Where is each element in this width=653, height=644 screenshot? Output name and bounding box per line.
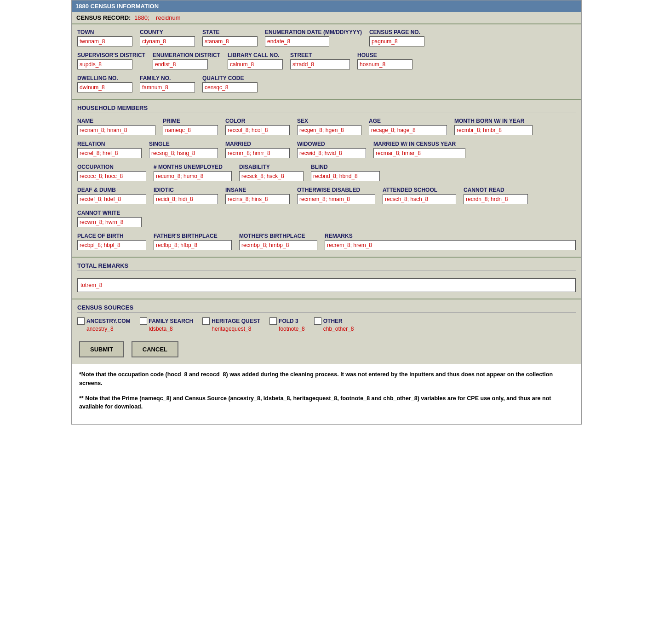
input-disability[interactable] [239,171,304,181]
label-quality-code: QUALITY CODE [202,75,258,81]
field-month-born: MONTH BORN W/ IN YEAR [454,118,533,135]
checkbox-heritage-quest[interactable] [202,317,210,325]
input-state[interactable] [202,36,258,46]
field-enum-district: ENUMERATION DISTRICT [153,52,220,69]
input-name[interactable] [77,125,155,135]
field-single: SINGLE [149,141,218,158]
label-relation: RELATION [77,141,142,147]
input-total-remarks[interactable] [77,278,576,292]
input-enum-date[interactable] [265,36,329,46]
label-dwelling: DWELLING NO. [77,75,132,81]
input-age[interactable] [369,125,447,135]
buttons-row: SUBMIT CANCEL [77,341,576,357]
note2: ** Note that the Prime (nameqc_8) and Ce… [79,394,574,412]
label-county: COUNTY [140,29,195,35]
field-remarks: REMARKS [325,233,576,250]
label-age: AGE [369,118,447,124]
input-family[interactable] [140,82,195,92]
input-blind[interactable] [311,171,380,181]
census-record-year: 1880; [134,14,149,21]
field-place-of-birth: PLACE OF BIRTH [77,233,146,250]
label-state: STATE [202,29,258,35]
input-attended-school[interactable] [383,194,456,204]
input-months-unemployed[interactable] [154,171,232,181]
input-quality-code[interactable] [202,82,258,92]
value-fold3: footnote_8 [279,326,305,332]
input-census-page[interactable] [369,36,424,46]
label-house: HOUSE [357,52,412,58]
input-fathers-birthplace[interactable] [154,240,232,250]
label-deaf-dumb: DEAF & DUMB [77,187,146,193]
label-mothers-birthplace: MOTHER'S BIRTHPLACE [239,233,317,239]
label-place-of-birth: PLACE OF BIRTH [77,233,146,239]
census-info-section: TOWN COUNTY STATE ENUMERATION DATE (MM/D… [72,23,581,99]
label-town: TOWN [77,29,132,35]
label-idiotic: IDIOTIC [154,187,218,193]
input-married[interactable] [225,148,290,158]
field-relation: RELATION [77,141,142,158]
field-mothers-birthplace: MOTHER'S BIRTHPLACE [239,233,317,250]
field-fathers-birthplace: FATHER'S BIRTHPLACE [154,233,232,250]
input-color[interactable] [225,125,290,135]
label-months-unemployed: # MONTHS UNEMPLOYED [154,164,232,170]
input-cannot-read[interactable] [464,194,528,204]
field-family: FAMILY NO. [140,75,195,92]
input-sex[interactable] [297,125,361,135]
input-supervisor-district[interactable] [77,59,132,69]
label-otherwise-disabled: OTHERWISE DISABLED [297,187,375,193]
checkbox-fold3[interactable] [269,317,277,325]
input-prime[interactable] [163,125,218,135]
input-married-census-year[interactable] [373,148,465,158]
input-dwelling[interactable] [77,82,132,92]
input-occupation[interactable] [77,171,146,181]
input-house[interactable] [357,59,412,69]
checkbox-ancestry[interactable] [77,317,85,325]
sources-row: ANCESTRY.COM ancestry_8 FAMILY SEARCH ld… [77,317,576,332]
input-idiotic[interactable] [154,194,218,204]
input-county[interactable] [140,36,195,46]
input-library-call[interactable] [228,59,283,69]
label-census-page: CENSUS PAGE NO. [369,29,424,35]
submit-button[interactable]: SUBMIT [79,341,124,357]
checkbox-family-search[interactable] [140,317,147,325]
field-enum-date: ENUMERATION DATE (MM/DD/YYYY) [265,29,362,46]
value-heritage-quest: heritagequest_8 [212,326,260,332]
source-ancestry: ANCESTRY.COM ancestry_8 [77,317,131,332]
label-enum-date: ENUMERATION DATE (MM/DD/YYYY) [265,29,362,35]
input-widowed[interactable] [297,148,366,158]
field-idiotic: IDIOTIC [154,187,218,204]
input-month-born[interactable] [454,125,533,135]
field-blind: BLIND [311,164,380,181]
field-census-page: CENSUS PAGE NO. [369,29,424,46]
label-enum-district: ENUMERATION DISTRICT [153,52,220,58]
input-street[interactable] [290,59,350,69]
input-place-of-birth[interactable] [77,240,146,250]
note1: *Note that the occupation code (hocd_8 a… [79,370,574,388]
input-deaf-dumb[interactable] [77,194,146,204]
input-enum-district[interactable] [153,59,208,69]
input-cannot-write[interactable] [77,217,142,227]
field-age: AGE [369,118,447,135]
field-months-unemployed: # MONTHS UNEMPLOYED [154,164,232,181]
label-family-search: FAMILY SEARCH [149,318,194,324]
label-month-born: MONTH BORN W/ IN YEAR [454,118,533,124]
label-married-census-year: MARRIED W/ IN CENSUS YEAR [373,141,465,147]
input-mothers-birthplace[interactable] [239,240,317,250]
input-insane[interactable] [225,194,290,204]
input-single[interactable] [149,148,218,158]
label-remarks: REMARKS [325,233,576,239]
input-otherwise-disabled[interactable] [297,194,375,204]
label-fathers-birthplace: FATHER'S BIRTHPLACE [154,233,232,239]
label-disability: DISABILITY [239,164,304,170]
label-single: SINGLE [149,141,218,147]
value-family-search: ldsbeta_8 [149,326,194,332]
input-relation[interactable] [77,148,142,158]
checkbox-other[interactable] [314,317,321,325]
cancel-button[interactable]: CANCEL [132,341,178,357]
field-married: MARRIED [225,141,290,158]
census-record-id: recidnum [156,14,180,21]
label-sex: SEX [297,118,361,124]
input-remarks[interactable] [325,240,576,250]
notes-section: *Note that the occupation code (hocd_8 a… [72,364,581,424]
input-town[interactable] [77,36,132,46]
